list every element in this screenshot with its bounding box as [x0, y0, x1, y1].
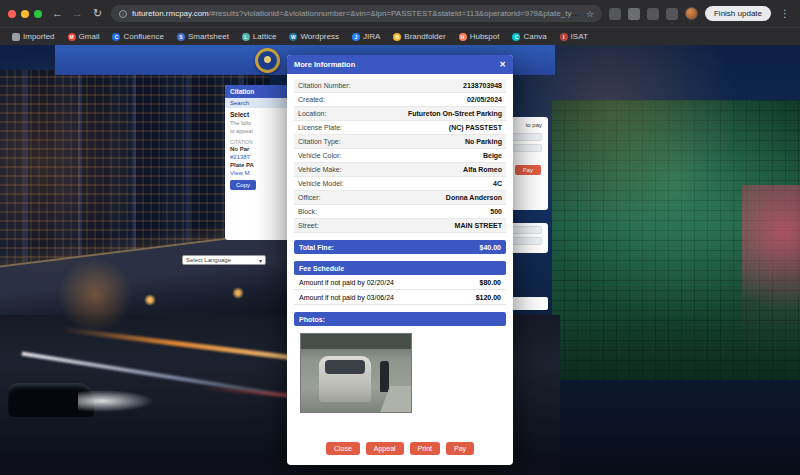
- browser-toolbar: ← → ↻ i futureton.rmcpay.com/#results?vi…: [0, 0, 800, 27]
- copy-button[interactable]: Copy: [230, 180, 256, 190]
- info-row-vehicle-make: Vehicle Make:Alfa Romeo: [294, 163, 506, 177]
- row-label: Citation Type:: [298, 138, 341, 145]
- info-row-license-plate: License Plate:(NC) PASSTEST: [294, 121, 506, 135]
- row-label: Street:: [298, 222, 319, 229]
- row-label: Location:: [298, 110, 326, 117]
- photo-street-background: [301, 334, 411, 349]
- row-value: Donna Anderson: [446, 194, 502, 201]
- citation-photo[interactable]: [300, 333, 412, 413]
- site-logo: [255, 48, 280, 73]
- total-fine-value: $40.00: [480, 244, 501, 251]
- appeal-button[interactable]: Appeal: [366, 442, 404, 455]
- folder-icon: [12, 33, 20, 41]
- photos-bar: Photos:: [294, 312, 506, 326]
- fee-schedule-bar: Fee Schedule: [294, 261, 506, 275]
- bookmark-wordpress[interactable]: WWordpress: [289, 32, 339, 41]
- bookmark-brandfolder[interactable]: BBrandfolder: [393, 32, 445, 41]
- bookmark-label: Brandfolder: [404, 32, 445, 41]
- bookmark-smartsheet[interactable]: SSmartsheet: [177, 32, 229, 41]
- bookmark-label: Imported: [23, 32, 55, 41]
- row-value: Alfa Romeo: [463, 166, 502, 173]
- bookmark-imported[interactable]: Imported: [12, 32, 55, 41]
- info-row-street: Street:MAIN STREET: [294, 219, 506, 233]
- more-information-modal: More Information ✕ Citation Number:21387…: [287, 55, 513, 465]
- profile-avatar[interactable]: [685, 7, 698, 20]
- fee-label: Amount if not paid by 03/06/24: [299, 294, 394, 301]
- side-panel-icon[interactable]: [609, 8, 621, 20]
- row-label: Block:: [298, 208, 317, 215]
- row-label: Citation Number:: [298, 82, 351, 89]
- row-value: (NC) PASSTEST: [449, 124, 502, 131]
- forward-icon[interactable]: →: [71, 0, 84, 27]
- photo-curb: [369, 386, 411, 412]
- browser-menu-icon[interactable]: ⋮: [778, 8, 792, 19]
- extension-icon[interactable]: [647, 8, 659, 20]
- bookmark-canva[interactable]: CCanva: [512, 32, 546, 41]
- photos-section: [294, 329, 506, 413]
- total-fine-label: Total Fine:: [299, 244, 334, 251]
- bookmark-hubspot[interactable]: HHubspot: [459, 32, 500, 41]
- fee-row-2: Amount if not paid by 03/06/24 $120.00: [294, 290, 506, 305]
- extensions-puzzle-icon[interactable]: [628, 8, 640, 20]
- jira-icon: J: [352, 33, 360, 41]
- window-controls: [8, 10, 42, 18]
- citation-info-rows: Citation Number:2138703948 Created:02/05…: [294, 79, 506, 233]
- row-label: Vehicle Model:: [298, 180, 344, 187]
- bookmark-label: Hubspot: [470, 32, 500, 41]
- extension-icon-2[interactable]: [666, 8, 678, 20]
- row-value: MAIN STREET: [455, 222, 502, 229]
- brandfolder-icon: B: [393, 33, 401, 41]
- bookmark-jira[interactable]: JJIRA: [352, 32, 380, 41]
- info-row-citation-type: Citation Type:No Parking: [294, 135, 506, 149]
- bookmark-star-icon[interactable]: ☆: [586, 9, 594, 19]
- bookmark-gmail[interactable]: MGmail: [68, 32, 100, 41]
- language-select[interactable]: Select Language ▾: [182, 255, 266, 265]
- bookmark-label: Gmail: [79, 32, 100, 41]
- pay-button[interactable]: Pay: [446, 442, 474, 455]
- pay-button-sidebar[interactable]: Pay: [515, 165, 541, 175]
- row-label: Officer:: [298, 194, 320, 201]
- browser-window: ← → ↻ i futureton.rmcpay.com/#results?vi…: [0, 0, 800, 475]
- modal-body: Citation Number:2138703948 Created:02/05…: [287, 74, 513, 465]
- bookmark-label: JIRA: [363, 32, 380, 41]
- fee-schedule-label: Fee Schedule: [299, 265, 344, 272]
- close-icon[interactable]: ✕: [499, 61, 506, 69]
- info-row-created: Created:02/05/2024: [294, 93, 506, 107]
- hubspot-icon: H: [459, 33, 467, 41]
- finish-update-button[interactable]: Finish update: [705, 6, 771, 21]
- site-info-icon[interactable]: i: [119, 10, 127, 18]
- row-value: No Parking: [465, 138, 502, 145]
- chevron-down-icon: ▾: [259, 257, 262, 264]
- fee-value: $120.00: [476, 294, 501, 301]
- row-label: License Plate:: [298, 124, 342, 131]
- bookmark-isat[interactable]: IISAT: [560, 32, 588, 41]
- address-bar[interactable]: i futureton.rmcpay.com/#results?violatio…: [111, 5, 602, 22]
- close-button[interactable]: Close: [326, 442, 360, 455]
- row-label: Vehicle Color:: [298, 152, 341, 159]
- zoom-window-button[interactable]: [34, 10, 42, 18]
- gmail-icon: M: [68, 33, 76, 41]
- bookmark-lattice[interactable]: LLattice: [242, 32, 277, 41]
- reload-icon[interactable]: ↻: [91, 0, 104, 27]
- lattice-icon: L: [242, 33, 250, 41]
- bookmark-label: Canva: [523, 32, 546, 41]
- photos-label: Photos:: [299, 316, 325, 323]
- info-row-citation-number: Citation Number:2138703948: [294, 79, 506, 93]
- modal-header: More Information ✕: [287, 55, 513, 74]
- row-value: 4C: [493, 180, 502, 187]
- minimize-window-button[interactable]: [21, 10, 29, 18]
- page-viewport: Citation Search Select The follo to appe…: [0, 45, 800, 475]
- close-window-button[interactable]: [8, 10, 16, 18]
- bookmark-confluence[interactable]: CConfluence: [112, 32, 163, 41]
- back-icon[interactable]: ←: [51, 0, 64, 27]
- url-text: futureton.rmcpay.com/#results?violationi…: [132, 9, 581, 18]
- fee-value: $80.00: [480, 279, 501, 286]
- bookmark-label: Lattice: [253, 32, 277, 41]
- wordpress-icon: W: [289, 33, 297, 41]
- row-value: 2138703948: [463, 82, 502, 89]
- print-button[interactable]: Print: [410, 442, 440, 455]
- language-select-value: Select Language: [186, 257, 231, 263]
- total-fine-bar: Total Fine: $40.00: [294, 240, 506, 254]
- info-row-block: Block:500: [294, 205, 506, 219]
- isat-icon: I: [560, 33, 568, 41]
